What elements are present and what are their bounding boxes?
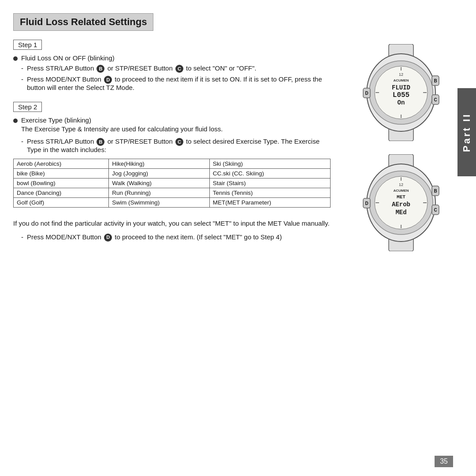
table-cell: Ski (Skiing) (209, 159, 330, 168)
page-title: Fluid Loss Related Settings (13, 13, 153, 31)
watch1-svg: 12 ACUMEN FLUID L055 On B C D (357, 44, 445, 141)
page-number: 35 (435, 456, 453, 467)
table-cell: CC.ski (CC. Skiing) (209, 168, 330, 178)
btn-b-2: B (97, 138, 104, 146)
dash-3: - (21, 138, 23, 145)
step1-sub2: - Press MODE/NXT Button D to proceed to … (21, 75, 331, 91)
step1-sub1: - Press STR/LAP Button B or STP/RESET Bu… (21, 64, 331, 73)
table-cell: Dance (Dancing) (14, 188, 109, 197)
table-cell: bike (Bike) (14, 168, 109, 178)
step2-section: Step 2 Exercise Type (blinking) The Exer… (13, 102, 331, 208)
svg-text:C: C (434, 208, 437, 212)
step1-bullet1: Fluid Loss ON or OFF (blinking) (13, 54, 331, 62)
step1-label: Step 1 (13, 40, 42, 50)
svg-text:ACUMEN: ACUMEN (393, 189, 409, 193)
step2-bullet1: Exercise Type (blinking) The Exercise Ty… (13, 116, 331, 135)
watch2-container: 12 ACUMEN MET AErob MEd B C D (357, 154, 445, 251)
table-cell: Aerob (Aerobics) (14, 159, 109, 168)
btn-c-2: C (175, 138, 183, 146)
table-row: Dance (Dancing)Run (Running)Tennis (Tenn… (14, 188, 331, 197)
svg-text:On: On (398, 99, 405, 106)
table-cell: Stair (Stairs) (209, 178, 330, 188)
table-cell: MET(MET Parameter) (209, 197, 330, 207)
svg-text:ACUMEN: ACUMEN (393, 78, 409, 82)
bullet-dot-1 (13, 56, 18, 61)
table-row: bowl (Bowling)Walk (Walking)Stair (Stair… (14, 178, 331, 188)
table-row: bike (Bike)Jog (Jogging)CC.ski (CC. Skii… (14, 168, 331, 178)
dash-2: - (21, 75, 23, 83)
bullet-dot-2 (13, 119, 18, 123)
watch1-container: 12 ACUMEN FLUID L055 On B C D (357, 44, 445, 141)
bottom-text: If you do not find the particular activi… (13, 218, 331, 242)
table-row: Aerob (Aerobics)Hike(Hiking)Ski (Skiing) (14, 159, 331, 168)
table-cell: Walk (Walking) (109, 178, 210, 188)
step2-sub1: - Press STR/LAP Button B or STP/RESET Bu… (21, 138, 331, 153)
dash-1: - (21, 64, 23, 72)
part-tab: Part II (457, 88, 476, 176)
content-area: Step 1 Fluid Loss ON or OFF (blinking) -… (13, 40, 463, 251)
table-cell: Tennis (Tennis) (209, 188, 330, 197)
btn-d-2: D (104, 234, 112, 242)
svg-text:C: C (434, 97, 437, 102)
svg-text:D: D (365, 201, 368, 206)
svg-text:D: D (365, 91, 368, 96)
btn-b-1: B (97, 65, 104, 73)
main-container: Fluid Loss Related Settings Part II Step… (0, 0, 476, 476)
svg-text:12: 12 (399, 182, 403, 187)
svg-text:MET: MET (397, 194, 405, 200)
table-row: Golf (Golf)Swim (Swimming)MET(MET Parame… (14, 197, 331, 207)
dash-4: - (21, 232, 23, 242)
btn-d-1: D (104, 76, 112, 84)
svg-text:B: B (434, 189, 437, 193)
step1-section: Step 1 Fluid Loss ON or OFF (blinking) -… (13, 40, 331, 91)
table-cell: Golf (Golf) (14, 197, 109, 207)
svg-text:AErob: AErob (392, 201, 410, 208)
table-cell: Run (Running) (109, 188, 210, 197)
table-cell: Hike(Hiking) (109, 159, 210, 168)
table-cell: Jog (Jogging) (109, 168, 210, 178)
right-column: 12 ACUMEN FLUID L055 On B C D (339, 40, 463, 251)
svg-text:FLUID: FLUID (392, 84, 410, 91)
svg-text:12: 12 (399, 72, 403, 77)
watch2-svg: 12 ACUMEN MET AErob MEd B C D (357, 154, 445, 251)
left-column: Step 1 Fluid Loss ON or OFF (blinking) -… (13, 40, 339, 251)
bottom-sub: - Press MODE/NXT Button D to proceed to … (21, 232, 331, 242)
svg-text:MEd: MEd (395, 209, 406, 216)
exercise-table: Aerob (Aerobics)Hike(Hiking)Ski (Skiing)… (13, 159, 331, 208)
svg-text:B: B (434, 78, 437, 83)
svg-text:L055: L055 (393, 91, 409, 99)
table-cell: Swim (Swimming) (109, 197, 210, 207)
step2-label: Step 2 (13, 102, 42, 112)
table-cell: bowl (Bowling) (14, 178, 109, 188)
btn-c-1: C (175, 65, 183, 73)
